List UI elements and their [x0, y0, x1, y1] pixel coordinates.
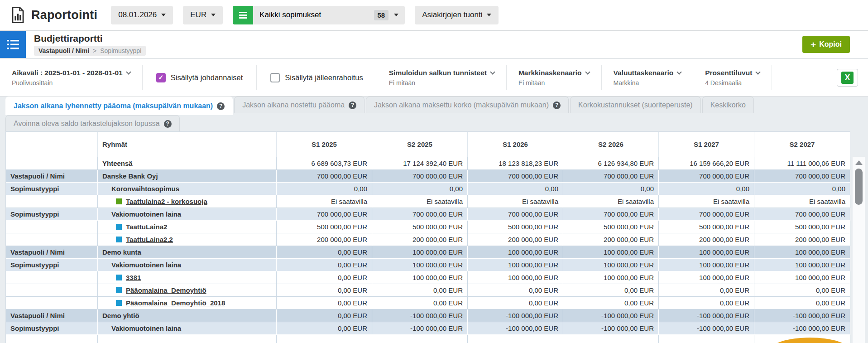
app-title: Raportointi	[31, 8, 97, 22]
group-name: Danske Bank Oyj	[102, 172, 158, 180]
contract-link[interactable]: TaattuLaina2	[126, 223, 167, 231]
row-category-label	[6, 284, 98, 297]
currency-selector-button[interactable]: EUR	[183, 6, 223, 24]
filter-include-refinancing[interactable]: Sisällytä jälleenrahoitus	[257, 65, 377, 90]
row-group-cell: Vakiomuotoinen laina	[98, 208, 277, 221]
contracts-filter-label: Kaikki sopimukset	[259, 10, 368, 19]
value-cell: 200 000,00 EUR	[468, 233, 563, 246]
copy-button[interactable]: + Kopioi	[802, 36, 850, 53]
value-cell: 0,00	[277, 183, 372, 195]
help-icon[interactable]: ?	[217, 102, 225, 110]
contract-link[interactable]: Pääomalaina_Demoyhtiö	[126, 286, 206, 294]
breadcrumb-level2: Sopimustyyppi	[100, 47, 141, 54]
app-brand: Raportointi	[11, 7, 97, 23]
tab-1[interactable]: Jakson aikana lyhennetty pääoma (maksupä…	[5, 97, 233, 115]
group-name: Koronvaihtosopimus	[111, 185, 179, 193]
tab-5[interactable]: Keskikorko	[702, 97, 754, 113]
filter-currency-scenario[interactable]: Valuuttaskenaario Markkina	[602, 65, 694, 90]
chevron-down-icon	[677, 69, 682, 74]
value-cell: 700 000,00 EUR	[754, 170, 850, 183]
tab-row-2: Avoinna oleva saldo tarkastelujakson lop…	[5, 115, 868, 132]
row-category-label	[6, 297, 98, 309]
help-icon[interactable]: ?	[349, 101, 356, 109]
contract-link[interactable]: TaattuLaina2.2	[126, 236, 173, 243]
value-cell: 100 000,00 EUR	[468, 259, 563, 271]
checkbox-checked-icon[interactable]: ✓	[156, 73, 166, 82]
value-cell: 700 000,00 EUR	[277, 170, 372, 183]
date-selector-button[interactable]: 08.01.2026	[111, 6, 173, 24]
contracts-filter-button[interactable]: Kaikki sopimukset 58	[253, 6, 405, 24]
document-import-button[interactable]: Asiakirjojen tuonti	[415, 6, 499, 24]
checkbox-unchecked-icon[interactable]	[270, 73, 280, 82]
column-header	[6, 132, 98, 157]
simulated-portfolio-label: Simuloidun salkun tunnisteet	[389, 69, 487, 77]
value-cell: 500 000,00 EUR	[754, 221, 850, 233]
filter-period[interactable]: Aikaväli : 2025-01-01 - 2028-01-01 Puoli…	[0, 65, 143, 90]
row-category-label: Vastapuoli / Nimi	[6, 246, 98, 259]
tab-label: Avoinna oleva saldo tarkastelujakson lop…	[14, 120, 160, 128]
contracts-menu-button[interactable]	[233, 6, 253, 24]
tab-4[interactable]: Korkokustannukset (suoriteperuste)	[570, 97, 701, 113]
row-group-cell: TaattuLaina2.2	[98, 233, 277, 246]
filter-market-scenario[interactable]: Markkinaskenaario Ei mitään	[507, 65, 602, 90]
table-row: SopimustyyppiVakiomuotoinen laina0,00 EU…	[6, 259, 850, 271]
value-cell: 0,00 EUR	[754, 297, 850, 309]
table-row: TaattuLaina2.2200 000,00 EUR200 000,00 E…	[6, 233, 850, 246]
value-cell: -100 000,00 EUR	[563, 309, 659, 322]
value-cell: 700 000,00 EUR	[468, 208, 563, 221]
value-cell: 16 159 666,20 EUR	[659, 157, 754, 170]
vertical-scrollbar[interactable]	[853, 157, 865, 343]
currency-scenario-value: Markkina	[614, 79, 681, 87]
help-icon[interactable]: ?	[553, 101, 561, 109]
export-excel-button[interactable]: X	[837, 69, 858, 87]
report-list-button[interactable]	[0, 31, 26, 58]
row-category-label: Sopimustyyppi	[6, 322, 98, 335]
help-icon[interactable]: ?	[164, 120, 172, 128]
value-cell: 100 000,00 EUR	[563, 259, 659, 271]
tab-2[interactable]: Jakson aikana nostettu pääoma?	[234, 97, 364, 113]
row-category-label	[6, 271, 98, 284]
table-row: 33810,00 EUR100 000,00 EUR100 000,00 EUR…	[6, 271, 850, 284]
value-cell: 100 000,00 EUR	[754, 259, 850, 271]
contract-link[interactable]: Taattulaina2 - korkosuoja	[126, 198, 207, 205]
value-cell: 100 000,00 EUR	[563, 246, 659, 259]
tab-3[interactable]: Jakson aikana maksettu korko (maksupäivä…	[366, 97, 569, 113]
value-cell: 200 000,00 EUR	[754, 233, 850, 246]
hamburger-icon	[239, 12, 247, 13]
scroll-up-arrow-icon[interactable]	[855, 160, 863, 165]
value-cell: -100 000,00 EUR	[563, 322, 659, 335]
value-cell: 100 000,00 EUR	[754, 271, 850, 284]
value-cell: 0,00 EUR	[754, 284, 850, 297]
scrollbar-thumb[interactable]	[855, 169, 863, 205]
page-title: Budjettiraportti	[34, 33, 146, 44]
row-category-label	[6, 221, 98, 233]
value-cell: 0,00 EUR	[277, 297, 372, 309]
value-cell: 700 000,00 EUR	[277, 208, 372, 221]
value-cell: 0,00 EUR	[372, 297, 468, 309]
row-group-cell: Koronvaihtosopimus	[98, 183, 277, 195]
group-name: Vakiomuotoinen laina	[111, 324, 181, 332]
table-row: Vastapuoli / NimiDemo kunta0,00 EUR100 0…	[6, 246, 850, 259]
breadcrumb-separator: >	[93, 47, 96, 54]
filter-include-derivatives[interactable]: ✓ Sisällytä johdannaiset	[143, 65, 257, 90]
row-category-label	[6, 157, 98, 170]
filter-percentages[interactable]: Prosenttiluvut 4 Desimaalia	[693, 65, 772, 90]
excel-icon: X	[841, 72, 854, 84]
value-cell: 0,00 EUR	[563, 297, 659, 309]
currency-label: EUR	[190, 10, 206, 19]
filter-simulated-portfolio[interactable]: Simuloidun salkun tunnisteet Ei mitään	[377, 65, 507, 90]
tab-6[interactable]: Avoinna oleva saldo tarkastelujakson lop…	[5, 115, 180, 132]
value-cell: -100 000,00 EUR	[754, 309, 850, 322]
tab-label: Jakson aikana nostettu pääoma	[242, 101, 345, 109]
value-cell: 0,00 EUR	[659, 284, 754, 297]
group-name: Vakiomuotoinen laina	[111, 210, 181, 218]
simulated-portfolio-value: Ei mitään	[389, 79, 494, 87]
contract-link[interactable]: Pääomalaina_Demoyhtiö_2018	[126, 299, 225, 307]
table-row: SopimustyyppiVakiomuotoinen laina700 000…	[6, 208, 850, 221]
column-header: Ryhmät	[98, 132, 277, 157]
contract-link[interactable]: 3381	[126, 274, 141, 281]
chevron-down-icon	[490, 69, 495, 74]
value-cell: 18 123 818,23 EUR	[468, 157, 563, 170]
dropdown-arrow-icon	[211, 14, 216, 16]
row-group-cell: Danske Bank Oyj	[98, 170, 277, 183]
